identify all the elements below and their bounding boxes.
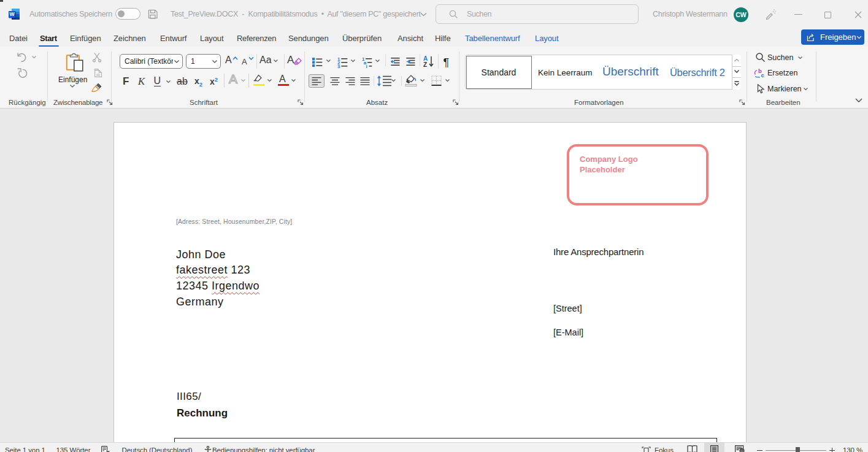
- svg-text:A: A: [423, 55, 428, 62]
- svg-text:Z: Z: [423, 61, 427, 67]
- svg-text:i: i: [366, 64, 367, 69]
- svg-text:c: c: [761, 72, 764, 79]
- svg-text:3: 3: [337, 64, 340, 69]
